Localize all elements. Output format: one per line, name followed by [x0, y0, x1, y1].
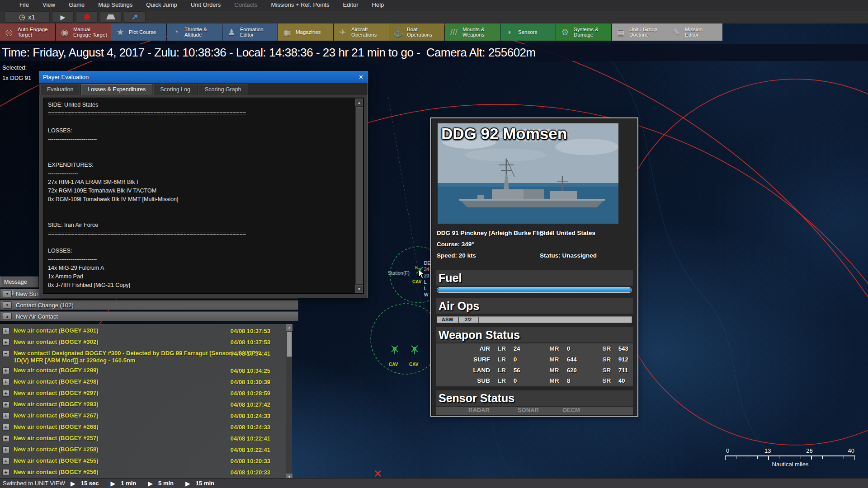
toolbar-button[interactable]: ◗ Sensors	[500, 23, 556, 41]
expand-toggle-button[interactable]: +	[2, 446, 9, 453]
toolbar-button[interactable]: ▤ Unit / GroupDoctrine	[612, 23, 667, 41]
menu-item[interactable]: Missions + Ref. Points	[264, 0, 336, 10]
toolbar-button[interactable]: ◔ Throttle &Altitude	[167, 23, 222, 41]
expand-toggle-button[interactable]: +	[2, 435, 9, 442]
expand-toggle-button[interactable]: +	[2, 328, 9, 334]
air-ops-cell[interactable]: 2/2	[459, 317, 479, 323]
menu-bar: FileViewGameMap SettingsQuick JumpUnit O…	[0, 0, 868, 10]
time-step-button[interactable]: ▶ 1 min	[111, 480, 137, 487]
doctrine-icon: ▤	[615, 27, 626, 38]
air-ops-bar[interactable]: ASW2/2	[437, 316, 632, 323]
menu-item[interactable]: View	[36, 0, 62, 10]
dialog-titlebar[interactable]: Player Evaluation ×	[39, 71, 368, 83]
scroll-up-icon[interactable]: ▲	[355, 99, 363, 106]
record-button[interactable]	[76, 11, 98, 23]
message-timestamp: 04/08 10:24:33	[231, 413, 270, 419]
menu-item[interactable]: Game	[62, 0, 91, 10]
menu-item[interactable]: Contacts	[227, 0, 264, 10]
unit-info: DDG 91 Pinckney [Arleigh Burke Flight II…	[437, 230, 632, 263]
course-line	[388, 95, 418, 271]
message-group-row[interactable]: ▲ New Air Contact	[0, 311, 298, 321]
menu-item[interactable]: Unit Orders	[184, 0, 227, 10]
boat-operations-icon: ⚓	[393, 27, 404, 38]
jump-to-unit-button[interactable]: ↗	[124, 11, 146, 23]
sensor-label[interactable]: RADAR	[468, 407, 490, 415]
air-ops-cell[interactable]: ASW	[437, 317, 459, 323]
sensor-label[interactable]: SONAR	[518, 407, 539, 415]
menu-item[interactable]: Editor	[336, 0, 365, 10]
time-step-button[interactable]: ▶ 5 min	[148, 480, 174, 487]
expand-toggle-button[interactable]: +	[2, 401, 9, 408]
screenshot-button[interactable]	[100, 11, 122, 23]
time-step-button[interactable]: ▶ 15 sec	[71, 480, 99, 487]
reference-point-marker[interactable]	[375, 471, 381, 476]
toolbar-button[interactable]: ♟ FormationEditor	[222, 23, 278, 41]
col-label-mr: MR	[542, 356, 567, 363]
helicopter-unit-icon[interactable]	[392, 346, 398, 354]
expand-toggle-button[interactable]: +	[2, 458, 9, 465]
menu-item[interactable]: Quick Jump	[139, 0, 184, 10]
play-button[interactable]: ▶	[52, 11, 74, 23]
time-step-button[interactable]: ▶ 15 min	[185, 480, 214, 487]
toolbar-button-label: Throttle &Altitude	[184, 27, 207, 38]
dialog-tab[interactable]: Scoring Log	[153, 84, 197, 95]
message-log-entry: + New air contact (BOGEY #293) 04/08 10:…	[0, 399, 292, 411]
toolbar-button[interactable]: ▦ Magazines	[278, 23, 333, 41]
expand-toggle-button[interactable]: +	[2, 379, 9, 385]
message-log-scrollbar[interactable]: ▲ ▼	[286, 324, 292, 480]
message-log-entry: + New air contact (BOGEY #268) 04/08 10:…	[0, 422, 292, 433]
unit-status-panel: DDG 92 Momsen DDG 91 Pinckney [Arleigh B…	[430, 117, 638, 417]
group-label: Contact Change (102)	[16, 302, 74, 309]
toolbar-button[interactable]: ⚓ BoatOperations	[389, 23, 444, 41]
scroll-down-icon[interactable]: ▼	[355, 285, 363, 293]
unit-side: Side: United States	[540, 230, 595, 236]
weapon-status-row: AIR LR 24 MR 0 SR 543	[436, 343, 633, 354]
close-icon[interactable]: ×	[354, 73, 368, 81]
toolbar-button[interactable]: /// Mounts &Weapons	[445, 23, 500, 41]
scroll-up-icon[interactable]: ▲	[286, 324, 292, 331]
expand-toggle-button[interactable]: +	[2, 367, 9, 374]
toolbar-button[interactable]: ✈ AircraftOperations	[334, 23, 389, 41]
scrollbar-thumb[interactable]	[356, 107, 363, 284]
losses-expenditures-text: SIDE: United States ====================…	[48, 101, 350, 291]
toolbar-button[interactable]: ✎ MissionEditor	[667, 23, 722, 41]
group-collapse-arrow-icon[interactable]: ▲	[3, 313, 12, 320]
toolbar-button-label: FormationEditor	[240, 27, 264, 38]
message-group-row[interactable]: ▼ Contact Change (102)	[0, 300, 298, 310]
toolbar-button[interactable]: ⚙ Systems &Damage	[556, 23, 611, 41]
sensor-label[interactable]: OECM	[562, 407, 580, 415]
menu-item[interactable]: File	[13, 0, 36, 10]
toolbar-button[interactable]: ◉ ManualEngage Target	[56, 23, 111, 41]
dialog-tab[interactable]: Scoring Graph	[198, 84, 248, 95]
message-log-tab[interactable]: Message Log	[0, 277, 38, 287]
message-log-panel: Message Log ▼ New Surfac ▼ Contact Chang…	[0, 277, 298, 480]
expand-toggle-button[interactable]: +	[2, 413, 9, 419]
group-collapse-arrow-icon[interactable]: ▼	[3, 290, 12, 297]
scrollbar-thumb[interactable]	[287, 332, 292, 357]
station-label: Station(F)	[388, 270, 410, 276]
group-collapse-arrow-icon[interactable]: ▼	[3, 301, 12, 309]
svg-text:DE: DE	[424, 261, 430, 266]
time-step-label: 15 min	[196, 480, 214, 487]
weapon-count-sr: 543	[618, 345, 646, 352]
dialog-scrollbar[interactable]: ▲ ▼	[355, 99, 363, 293]
toolbar-button[interactable]: ◎ Auto EngageTarget	[0, 23, 55, 41]
expand-toggle-button[interactable]: −	[2, 350, 9, 357]
dialog-tab[interactable]: Losses & Expenditures	[81, 84, 152, 95]
expand-toggle-button[interactable]: +	[2, 469, 9, 476]
menu-item[interactable]: Map Settings	[91, 0, 139, 10]
weapon-count-lr: 56	[514, 367, 542, 374]
menu-item[interactable]: Help	[365, 0, 391, 10]
expand-toggle-button[interactable]: +	[2, 390, 9, 397]
toolbar-button[interactable]: ★ Plot Course	[111, 23, 166, 41]
toolbar-button-label: Auto EngageTarget	[18, 27, 48, 38]
helicopter-unit-icon[interactable]	[411, 346, 418, 354]
time-compression-button[interactable]: ◷ x1	[5, 11, 50, 23]
message-log-entry: + New air contact (BOGEY #298) 04/08 10:…	[0, 377, 292, 388]
expand-toggle-button[interactable]: +	[2, 339, 9, 346]
unit-datablock: DE 34 20 L L W	[424, 261, 430, 297]
expand-toggle-button[interactable]: +	[2, 424, 9, 431]
weapon-count-mr: 620	[567, 367, 595, 374]
message-log-entry: + New air contact (BOGEY #255) 04/08 10:…	[0, 456, 292, 467]
dialog-tab[interactable]: Evaluation	[40, 84, 80, 95]
